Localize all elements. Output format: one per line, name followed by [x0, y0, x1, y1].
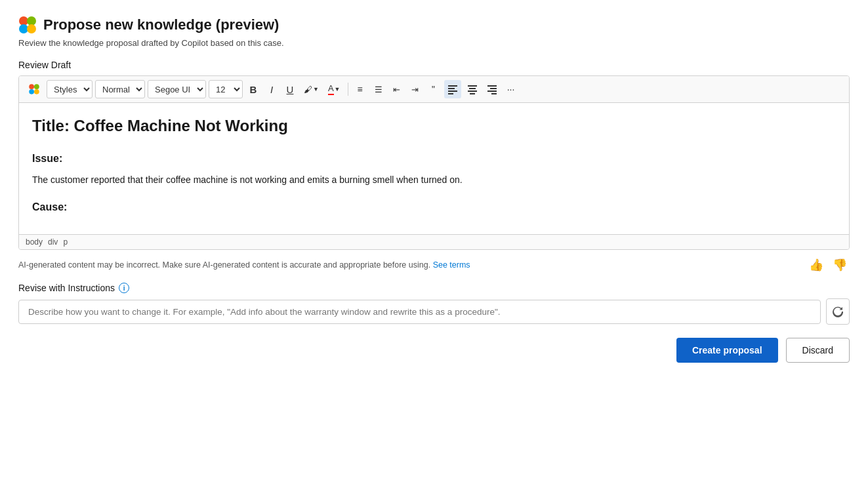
svg-rect-16 [487, 85, 497, 87]
quote-button[interactable]: " [426, 80, 442, 98]
revise-label-row: Revise with Instructions i [18, 283, 850, 293]
editor-doc-title: Title: Coffee Machine Not Working [32, 113, 836, 138]
ai-disclaimer-main: AI-generated content may be incorrect. M… [18, 260, 430, 270]
create-proposal-button[interactable]: Create proposal [676, 338, 778, 363]
bold-button[interactable]: B [245, 80, 261, 98]
status-body: body [26, 237, 43, 247]
font-dropdown[interactable]: Segoe UI [148, 80, 206, 98]
underline-button[interactable]: U [282, 80, 298, 98]
editor-issue-label: Issue: [32, 150, 836, 167]
highlight-color-button[interactable]: 🖌▼ [300, 80, 322, 98]
svg-rect-13 [469, 88, 476, 89]
svg-rect-19 [491, 93, 497, 94]
svg-rect-15 [470, 93, 475, 94]
svg-rect-10 [448, 91, 457, 92]
svg-rect-14 [468, 91, 477, 92]
thumbs-up-button[interactable]: 👍 [806, 256, 826, 273]
revise-refresh-button[interactable] [826, 298, 850, 325]
thumbs-down-button[interactable]: 👎 [830, 256, 850, 273]
header-area: Propose new knowledge (preview) Review t… [18, 16, 850, 48]
svg-rect-9 [448, 88, 455, 89]
align-right-button[interactable] [484, 80, 501, 98]
font-size-dropdown[interactable]: 12 [209, 80, 243, 98]
text-color-button[interactable]: A▼ [325, 80, 344, 98]
editor-body[interactable]: Title: Coffee Machine Not Working Issue:… [19, 103, 849, 234]
svg-point-1 [27, 16, 36, 26]
svg-rect-18 [487, 91, 497, 92]
copilot-icon [18, 16, 37, 34]
ai-disclaimer-link[interactable]: See terms [433, 260, 470, 270]
editor-cause-label: Cause: [32, 199, 836, 216]
subtitle: Review the knowledge proposal drafted by… [18, 38, 850, 48]
editor-status-bar: body div p [19, 234, 849, 249]
svg-point-6 [29, 89, 34, 94]
italic-button[interactable]: I [264, 80, 279, 98]
align-left-button[interactable] [444, 80, 461, 98]
revise-instructions-input[interactable] [18, 300, 821, 324]
paragraph-style-dropdown[interactable]: Normal [95, 80, 145, 98]
ai-disclaimer: AI-generated content may be incorrect. M… [18, 256, 850, 273]
styles-dropdown[interactable]: Styles [47, 80, 93, 98]
status-p: p [63, 237, 68, 247]
svg-point-7 [34, 89, 39, 94]
review-draft-label: Review Draft [18, 60, 850, 70]
svg-rect-12 [468, 85, 477, 87]
numbered-list-button[interactable]: ☰ [371, 80, 386, 98]
revise-input-row [18, 298, 850, 325]
title-row: Propose new knowledge (preview) [18, 16, 850, 34]
bullets-button[interactable]: ≡ [352, 80, 368, 98]
svg-point-3 [27, 24, 36, 33]
revise-section: Revise with Instructions i [18, 283, 850, 325]
svg-rect-11 [448, 93, 453, 94]
editor-toolbar: Styles Normal Segoe UI 12 B I U 🖌▼ A▼ ≡ … [19, 76, 849, 103]
discard-button[interactable]: Discard [786, 338, 850, 363]
copilot-toolbar-btn[interactable] [24, 80, 44, 98]
svg-point-4 [29, 84, 34, 89]
editor-container: Styles Normal Segoe UI 12 B I U 🖌▼ A▼ ≡ … [18, 75, 850, 250]
svg-point-5 [34, 84, 39, 89]
revise-info-icon: i [119, 283, 129, 293]
align-center-button[interactable] [464, 80, 481, 98]
svg-point-2 [19, 24, 28, 33]
svg-rect-8 [448, 85, 457, 87]
svg-point-0 [19, 16, 28, 26]
more-options-button[interactable]: ··· [503, 80, 519, 98]
toolbar-divider-1 [348, 83, 348, 96]
revise-label: Revise with Instructions [18, 283, 115, 293]
outdent-button[interactable]: ⇤ [389, 80, 405, 98]
indent-button[interactable]: ⇥ [407, 80, 423, 98]
action-buttons: Create proposal Discard [18, 338, 850, 363]
ai-disclaimer-text: AI-generated content may be incorrect. M… [18, 260, 798, 270]
page-title: Propose new knowledge (preview) [43, 16, 279, 33]
feedback-buttons: 👍 👎 [806, 256, 850, 273]
editor-issue-text: The customer reported that their coffee … [32, 172, 836, 187]
status-div: div [48, 237, 58, 247]
svg-rect-17 [490, 88, 497, 89]
